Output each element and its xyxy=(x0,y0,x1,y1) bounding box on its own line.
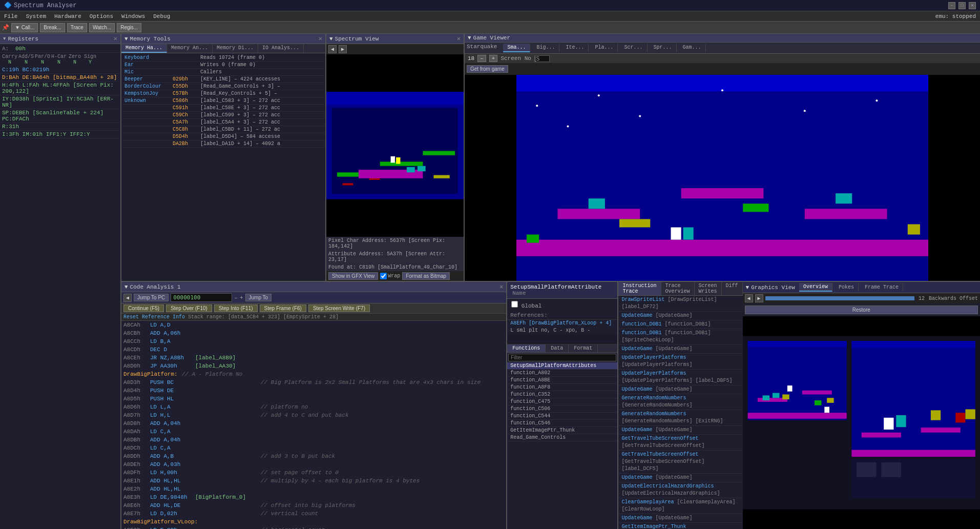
tab-ite[interactable]: Ite... xyxy=(561,44,589,52)
trace-item[interactable]: DrawSpriteList [DrawSpriteList] [label_D… xyxy=(618,296,742,312)
trace-item[interactable]: UpdateGame [UpdateGame] xyxy=(618,345,742,354)
func-item[interactable]: function_A8F8 xyxy=(507,384,617,391)
code-line[interactable]: A8D4hPUSH DE xyxy=(121,386,506,395)
trace-item[interactable]: function_D0B1 [function_D0B1] [SpriteChe… xyxy=(618,329,742,345)
tab-memory-an[interactable]: Memory An... xyxy=(167,44,213,53)
func-item[interactable]: function_A802 xyxy=(507,370,617,377)
minimize-button[interactable]: – xyxy=(948,2,955,9)
trace-item[interactable]: UpdateGame [UpdateGame] xyxy=(618,312,742,320)
show-gfx-btn[interactable]: Show in GFX View xyxy=(328,272,378,280)
trace-item[interactable]: GenerateRandomNumbers [GenerateRandomNum… xyxy=(618,410,742,426)
memory-item[interactable]: DA2Bh[label_DA1D + 14] – 4092 a xyxy=(122,140,324,148)
menu-options[interactable]: Options xyxy=(86,13,117,19)
memory-item[interactable]: BorderColourC55Dh[Read_Game_Controls + 3… xyxy=(122,83,324,90)
trace-item[interactable]: UpdateElectricalHazardGraphics [UpdateEl… xyxy=(618,482,742,498)
tab-memory-di[interactable]: Memory Di... xyxy=(213,44,258,53)
memory-item[interactable]: KempstonJoyC57Bh[Read_Key_Controls + 5] … xyxy=(122,90,324,97)
code-line[interactable]: A8E6hADD HL,DE// offset into big platfor… xyxy=(121,501,506,510)
screen-minus[interactable]: – xyxy=(477,55,486,62)
watch-button[interactable]: Watch... xyxy=(89,23,115,32)
tab-spr[interactable]: Spr... xyxy=(650,44,677,52)
code-line[interactable]: A8D8hADD A,04h xyxy=(121,419,506,428)
code-line[interactable]: A8DChLD C,A xyxy=(121,444,506,452)
tab-gfx-overview[interactable]: Overview xyxy=(799,283,832,292)
gfx-prev[interactable]: ◀ xyxy=(745,294,753,302)
code-line[interactable]: A8DDhADD A,B// add 3 to B put back xyxy=(121,452,506,460)
trace-item[interactable]: UpdateGame [UpdateGame] xyxy=(618,474,742,482)
memory-tools-close[interactable]: ✕ xyxy=(319,35,322,43)
trace-item[interactable]: function_D0B1 [function_D0B1] xyxy=(618,320,742,329)
prev-arrow[interactable]: ◀ xyxy=(328,45,337,53)
memory-item[interactable]: D5D4h[label_D5D4] – 584 accesse xyxy=(122,133,324,140)
tab-format[interactable]: Format xyxy=(569,344,598,352)
next-arrow[interactable]: ▶ xyxy=(339,45,347,53)
jump-address-input[interactable] xyxy=(171,293,232,302)
jump-to-btn[interactable]: Jump To xyxy=(245,294,272,301)
continue-btn[interactable]: Continue (F5) xyxy=(123,304,164,312)
code-line[interactable]: A8D7hLD H,L// add 4 to C and put back xyxy=(121,411,506,419)
tab-trace-overview[interactable]: Trace Overview xyxy=(661,282,695,295)
trace-item[interactable]: UpdateGame [UpdateGame] xyxy=(618,385,742,394)
code-line[interactable]: A8DBhADD A,04h xyxy=(121,436,506,444)
tab-io-analys[interactable]: IO Analys... xyxy=(258,44,304,53)
spectrum-view-close[interactable]: ✕ xyxy=(457,35,461,43)
code-line[interactable]: A8CEhJR NZ,A8Bh[label_A8B9] xyxy=(121,354,506,362)
filter-input[interactable] xyxy=(508,354,616,361)
screen-plus[interactable]: + xyxy=(489,55,498,62)
trace-item[interactable]: UpdatePlayerPlatforms [UpdatePlayerPlatf… xyxy=(618,370,742,385)
tab-instruction-trace[interactable]: Instruction Trace xyxy=(618,282,661,295)
step-screen-write-btn[interactable]: Step Screen Write (F7) xyxy=(308,304,370,312)
tab-gfx-frame-trace[interactable]: Frame Trace xyxy=(861,283,903,291)
code-line[interactable]: A8CAhLD A,D xyxy=(121,321,506,329)
func-item[interactable]: function_C352 xyxy=(507,391,617,398)
memory-item[interactable]: Beeper029bh[KEY_LINE] – 4224 accesses xyxy=(122,76,324,83)
code-line[interactable]: A8D0hJP AA30h[label_AA30] xyxy=(121,362,506,370)
code-line[interactable]: A8DEhADD A,03h xyxy=(121,460,506,469)
trace-button[interactable]: Trace xyxy=(67,23,87,32)
memory-item[interactable]: EarWrites 0 (frame 0) xyxy=(122,62,324,69)
func-item[interactable]: SetupSmallPlatformAttributes xyxy=(507,362,617,370)
global-checkbox[interactable] xyxy=(511,301,518,308)
step-frame-btn[interactable]: Step Frame (F6) xyxy=(260,304,306,312)
memory-item[interactable]: KeyboardReads 10724 (frame 0) xyxy=(122,54,324,62)
screen-no-input[interactable] xyxy=(534,55,550,62)
func-item[interactable]: function_C506 xyxy=(507,405,617,413)
func-item[interactable]: function_C546 xyxy=(507,420,617,427)
code-line[interactable]: A8CDhDEC D xyxy=(121,345,506,354)
tab-gfx-pokes[interactable]: Pokes xyxy=(835,283,859,291)
close-button[interactable]: ✕ xyxy=(969,2,976,9)
code-line[interactable]: A8E1hADD HL,HL// multiply by 4 - each bi… xyxy=(121,477,506,485)
wrap-checkbox[interactable] xyxy=(380,273,387,279)
menu-debug[interactable]: Debug xyxy=(149,13,174,19)
tab-data[interactable]: Data xyxy=(546,344,569,352)
code-line[interactable]: A8CBhADD A,06h xyxy=(121,329,506,337)
trace-item[interactable]: GetItemImagePtr_Thunk [GetItemImagePtr_T… xyxy=(618,523,742,529)
tab-scr[interactable]: Scr... xyxy=(620,44,647,52)
trace-item[interactable]: UpdateGame [UpdateGame] xyxy=(618,426,742,435)
code-line[interactable]: A8DAhLD C,A xyxy=(121,428,506,436)
trace-item[interactable]: UpdatePlayerPlatforms [UpdatePlayerPlatf… xyxy=(618,354,742,370)
jump-to-pc-btn[interactable]: Jump To PC xyxy=(134,294,169,301)
trace-item[interactable]: GenerateRandomNumbers [GenerateRandomNum… xyxy=(618,394,742,410)
gfx-next[interactable]: ▶ xyxy=(755,294,763,302)
tab-diff[interactable]: Diff xyxy=(722,282,743,295)
menu-windows[interactable]: Windows xyxy=(117,13,149,19)
call-button[interactable]: ▼ Call... xyxy=(11,23,38,32)
memory-item[interactable]: C591h[label_C58E + 3] – 272 acc xyxy=(122,105,324,112)
func-item[interactable]: Read_Game_Controls xyxy=(507,434,617,441)
step-over-btn[interactable]: Step Over (F10) xyxy=(166,304,212,312)
code-line[interactable]: A8D3hPUSH BC// Big Platform is 2x2 Small… xyxy=(121,378,506,386)
regis-button[interactable]: Regis... xyxy=(117,23,141,32)
format-bitmap-btn[interactable]: Format as Bitmap xyxy=(402,272,450,280)
menu-system[interactable]: System xyxy=(22,13,50,19)
code-line[interactable]: A8E2hADD HL,HL xyxy=(121,485,506,493)
code-line[interactable]: DrawBigPlatform:// A - Platform No xyxy=(121,370,506,378)
tab-memory-ha[interactable]: Memory Ha... xyxy=(121,44,167,53)
code-line[interactable]: A8DFhLD H,00h// set page offset to 0 xyxy=(121,469,506,477)
code-line[interactable]: A8E7hLD D,02h// vertical count xyxy=(121,510,506,518)
code-line[interactable]: A8D5hPUSH HL xyxy=(121,395,506,403)
registers-close[interactable]: ✕ xyxy=(114,35,117,43)
memory-item[interactable]: C5C8h[label_C5BD + 11] – 272 ac xyxy=(122,126,324,133)
tab-gam[interactable]: Gam... xyxy=(679,44,706,52)
code-line[interactable]: A8E3hLD DE,9848h[BigPlatform_0] xyxy=(121,493,506,501)
